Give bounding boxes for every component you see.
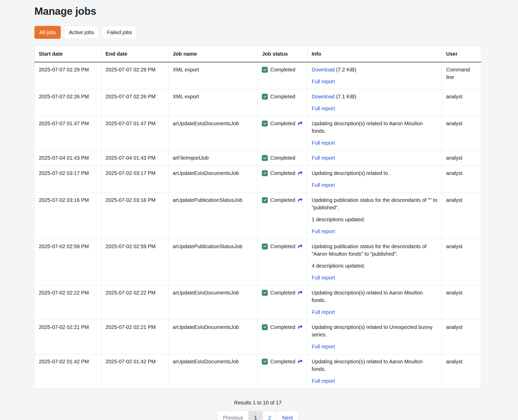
job-filter-group: All jobsActive jobsFailed jobs xyxy=(34,26,481,39)
full-report-link[interactable]: Full report xyxy=(312,229,335,234)
end-date-cell: 2025-07-07 02:29 PM xyxy=(101,62,168,89)
filter-active-jobs-button[interactable]: Active jobs xyxy=(64,26,99,39)
end-date-cell: 2025-07-02 02:21 PM xyxy=(101,320,168,354)
status-label: Completed xyxy=(270,196,295,204)
full-report-line: Full report xyxy=(312,377,438,385)
user-cell: analyst xyxy=(442,320,481,354)
full-report-link[interactable]: Full report xyxy=(312,378,335,384)
check-icon xyxy=(262,359,268,365)
full-report-line: Full report xyxy=(312,274,438,282)
status-indicator: Completed xyxy=(262,243,303,250)
pagination-previous-button[interactable]: Previous xyxy=(217,411,248,420)
end-date-cell: 2025-07-04 01:43 PM xyxy=(101,151,168,166)
share-arrow-icon[interactable] xyxy=(298,120,303,127)
full-report-link[interactable]: Full report xyxy=(312,79,335,84)
user-cell: analyst xyxy=(442,239,481,285)
user-cell: analyst xyxy=(442,354,481,388)
job-name-cell: arUpdateEsIoDocumentsJob xyxy=(168,285,258,320)
job-status-cell: Completed xyxy=(258,116,307,151)
full-report-link[interactable]: Full report xyxy=(312,344,335,349)
start-date-cell: 2025-07-02 02:21 PM xyxy=(35,320,101,354)
start-date-cell: 2025-07-07 02:29 PM xyxy=(35,62,101,89)
pagination-page-2[interactable]: 2 xyxy=(262,411,276,420)
check-icon xyxy=(262,244,268,249)
check-icon xyxy=(262,290,268,296)
job-status-cell: Completed xyxy=(258,320,307,354)
check-icon xyxy=(262,324,268,330)
full-report-line: Full report xyxy=(312,228,438,235)
end-date-cell: 2025-07-07 02:26 PM xyxy=(101,89,168,116)
info-cell: Updating description(s) related to .Full… xyxy=(307,166,442,193)
download-line: Download (7.2 KiB) xyxy=(312,66,438,73)
job-status-cell: Completed xyxy=(258,285,307,320)
info-cell: Updating publication status for the desc… xyxy=(307,193,442,239)
pagination-page-1[interactable]: 1 xyxy=(248,411,262,420)
start-date-cell: 2025-07-02 01:42 PM xyxy=(35,354,101,388)
full-report-line: Full report xyxy=(312,343,438,350)
download-size: (7.1 KiB) xyxy=(335,94,356,99)
table-row: 2025-07-02 02:21 PM2025-07-02 02:21 PMar… xyxy=(35,320,481,354)
end-date-cell: 2025-07-02 02:22 PM xyxy=(101,285,168,320)
end-date-cell: 2025-07-02 01:42 PM xyxy=(101,354,168,388)
filter-failed-jobs-button[interactable]: Failed jobs xyxy=(102,26,137,39)
jobs-table: Start dateEnd dateJob nameJob statusInfo… xyxy=(34,46,481,389)
job-name-cell: arUpdateEsIoDocumentsJob xyxy=(168,320,258,354)
full-report-link[interactable]: Full report xyxy=(312,106,335,111)
info-cell: Updating description(s) related to Aaron… xyxy=(307,285,442,320)
full-report-link[interactable]: Full report xyxy=(312,182,335,188)
full-report-link[interactable]: Full report xyxy=(312,155,335,161)
column-header-start-date: Start date xyxy=(35,46,101,62)
start-date-cell: 2025-07-04 01:43 PM xyxy=(35,151,101,166)
status-label: Completed xyxy=(270,154,295,162)
full-report-link[interactable]: Full report xyxy=(312,309,335,315)
full-report-link[interactable]: Full report xyxy=(312,140,335,146)
status-indicator: Completed xyxy=(262,154,295,162)
download-link[interactable]: Download xyxy=(312,94,335,99)
status-label: Completed xyxy=(270,243,295,250)
status-label: Completed xyxy=(270,289,295,297)
job-status-cell: Completed xyxy=(258,151,307,166)
download-link[interactable]: Download xyxy=(312,67,335,72)
table-row: 2025-07-02 02:22 PM2025-07-02 02:22 PMar… xyxy=(35,285,481,320)
info-cell: Download (7.1 KiB)Full report xyxy=(307,89,442,116)
info-cell: Updating description(s) related to Aaron… xyxy=(307,354,442,388)
table-row: 2025-07-02 03:16 PM2025-07-02 03:16 PMar… xyxy=(35,193,481,239)
info-text: Updating description(s) related to . xyxy=(312,170,438,177)
check-icon xyxy=(262,155,268,161)
info-text: 4 descriptions updated. xyxy=(312,262,438,270)
user-cell: analyst xyxy=(442,89,481,116)
full-report-link[interactable]: Full report xyxy=(312,275,335,281)
start-date-cell: 2025-07-07 01:47 PM xyxy=(35,116,101,151)
share-arrow-icon[interactable] xyxy=(298,170,303,177)
user-cell: analyst xyxy=(442,116,481,151)
share-arrow-icon[interactable] xyxy=(298,358,303,365)
share-arrow-icon[interactable] xyxy=(298,196,303,204)
user-cell: analyst xyxy=(442,151,481,166)
status-label: Completed xyxy=(270,358,295,365)
download-size: (7.2 KiB) xyxy=(335,67,356,72)
pagination-next-button[interactable]: Next xyxy=(276,411,298,420)
column-header-job-status: Job status xyxy=(258,46,307,62)
status-indicator: Completed xyxy=(262,323,303,331)
job-status-cell: Completed xyxy=(258,166,307,193)
full-report-line: Full report xyxy=(312,308,438,316)
info-cell: Updating description(s) related to Unexp… xyxy=(307,320,442,354)
check-icon xyxy=(262,121,268,127)
job-name-cell: arUpdateEsIoDocumentsJob xyxy=(168,116,258,151)
job-status-cell: Completed xyxy=(258,193,307,239)
end-date-cell: 2025-07-07 01:47 PM xyxy=(101,116,168,151)
share-arrow-icon[interactable] xyxy=(298,323,303,331)
share-arrow-icon[interactable] xyxy=(298,289,303,297)
status-label: Completed xyxy=(270,170,295,177)
status-indicator: Completed xyxy=(262,170,303,177)
pagination: Previous 1 2 Next xyxy=(217,411,298,420)
job-status-cell: Completed xyxy=(258,354,307,388)
column-header-info: Info xyxy=(307,46,442,62)
user-cell: Command line xyxy=(442,62,481,89)
info-cell: Updating publication status for the desc… xyxy=(307,239,442,285)
job-name-cell: XML export xyxy=(168,62,258,89)
job-name-cell: XML export xyxy=(168,89,258,116)
share-arrow-icon[interactable] xyxy=(298,243,303,250)
full-report-line: Full report xyxy=(312,78,438,85)
filter-all-jobs-button[interactable]: All jobs xyxy=(34,26,61,39)
